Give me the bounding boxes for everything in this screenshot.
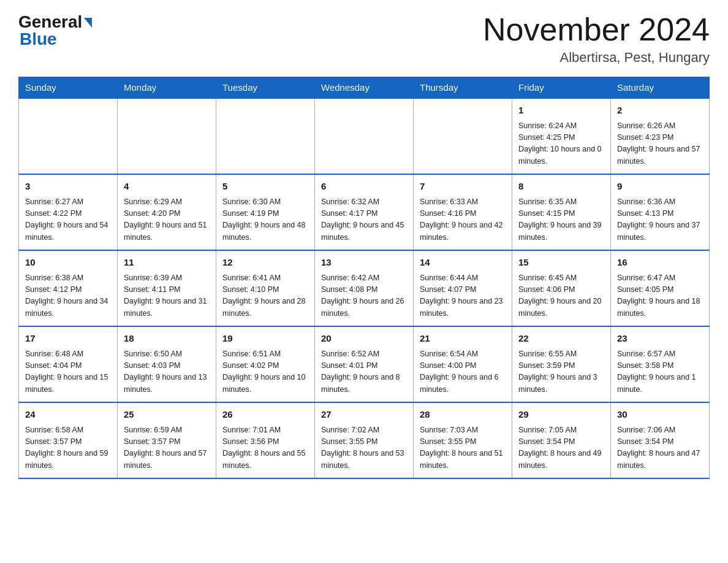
day-number: 11 <box>124 256 210 270</box>
day-info: Sunrise: 6:24 AMSunset: 4:25 PMDaylight:… <box>518 120 604 168</box>
day-info: Sunrise: 6:54 AMSunset: 4:00 PMDaylight:… <box>420 348 506 396</box>
logo-arrow-icon <box>84 18 92 28</box>
day-number: 10 <box>25 256 111 270</box>
day-info: Sunrise: 7:03 AMSunset: 3:55 PMDaylight:… <box>420 424 506 472</box>
day-info: Sunrise: 6:57 AMSunset: 3:58 PMDaylight:… <box>617 348 703 396</box>
day-number: 4 <box>124 180 210 194</box>
col-sunday: Sunday <box>19 77 118 99</box>
calendar-cell: 5Sunrise: 6:30 AMSunset: 4:19 PMDaylight… <box>216 174 315 250</box>
day-number: 18 <box>124 332 210 346</box>
day-number: 7 <box>420 180 506 194</box>
calendar-cell <box>414 98 512 174</box>
day-info: Sunrise: 6:32 AMSunset: 4:17 PMDaylight:… <box>321 196 407 244</box>
day-info: Sunrise: 6:50 AMSunset: 4:03 PMDaylight:… <box>124 348 210 396</box>
day-number: 17 <box>25 332 111 346</box>
day-info: Sunrise: 6:35 AMSunset: 4:15 PMDaylight:… <box>518 196 604 244</box>
calendar-cell: 24Sunrise: 6:58 AMSunset: 3:57 PMDayligh… <box>19 402 118 478</box>
day-info: Sunrise: 7:02 AMSunset: 3:55 PMDaylight:… <box>321 424 407 472</box>
col-wednesday: Wednesday <box>315 77 414 99</box>
day-info: Sunrise: 6:26 AMSunset: 4:23 PMDaylight:… <box>617 120 703 168</box>
logo: General Blue <box>18 12 92 49</box>
day-info: Sunrise: 6:59 AMSunset: 3:57 PMDaylight:… <box>124 424 210 472</box>
col-saturday: Saturday <box>611 77 710 99</box>
day-info: Sunrise: 6:47 AMSunset: 4:05 PMDaylight:… <box>617 272 703 320</box>
calendar-cell: 28Sunrise: 7:03 AMSunset: 3:55 PMDayligh… <box>414 402 512 478</box>
calendar-cell <box>19 98 118 174</box>
calendar-cell: 9Sunrise: 6:36 AMSunset: 4:13 PMDaylight… <box>611 174 710 250</box>
day-info: Sunrise: 6:45 AMSunset: 4:06 PMDaylight:… <box>518 272 604 320</box>
day-number: 19 <box>222 332 308 346</box>
day-info: Sunrise: 6:42 AMSunset: 4:08 PMDaylight:… <box>321 272 407 320</box>
day-info: Sunrise: 6:33 AMSunset: 4:16 PMDaylight:… <box>420 196 506 244</box>
calendar-cell: 11Sunrise: 6:39 AMSunset: 4:11 PMDayligh… <box>118 250 216 326</box>
day-number: 27 <box>321 408 407 422</box>
day-info: Sunrise: 6:29 AMSunset: 4:20 PMDaylight:… <box>124 196 210 244</box>
calendar-cell: 7Sunrise: 6:33 AMSunset: 4:16 PMDaylight… <box>414 174 512 250</box>
day-number: 29 <box>518 408 604 422</box>
calendar-header-row: Sunday Monday Tuesday Wednesday Thursday… <box>19 77 710 99</box>
calendar-week-2: 3Sunrise: 6:27 AMSunset: 4:22 PMDaylight… <box>19 174 710 250</box>
calendar-cell: 26Sunrise: 7:01 AMSunset: 3:56 PMDayligh… <box>216 402 315 478</box>
logo-blue-text: Blue <box>18 29 57 49</box>
calendar-cell: 4Sunrise: 6:29 AMSunset: 4:20 PMDaylight… <box>118 174 216 250</box>
calendar-cell: 14Sunrise: 6:44 AMSunset: 4:07 PMDayligh… <box>414 250 512 326</box>
day-number: 30 <box>617 408 703 422</box>
day-number: 1 <box>518 104 604 118</box>
day-number: 13 <box>321 256 407 270</box>
day-number: 5 <box>222 180 308 194</box>
calendar-cell: 29Sunrise: 7:05 AMSunset: 3:54 PMDayligh… <box>512 402 611 478</box>
day-number: 9 <box>617 180 703 194</box>
day-info: Sunrise: 6:30 AMSunset: 4:19 PMDaylight:… <box>222 196 308 244</box>
calendar-cell: 20Sunrise: 6:52 AMSunset: 4:01 PMDayligh… <box>315 326 414 402</box>
calendar-cell: 1Sunrise: 6:24 AMSunset: 4:25 PMDaylight… <box>512 98 611 174</box>
col-tuesday: Tuesday <box>216 77 315 99</box>
calendar-cell: 10Sunrise: 6:38 AMSunset: 4:12 PMDayligh… <box>19 250 118 326</box>
calendar-cell: 21Sunrise: 6:54 AMSunset: 4:00 PMDayligh… <box>414 326 512 402</box>
calendar-cell: 27Sunrise: 7:02 AMSunset: 3:55 PMDayligh… <box>315 402 414 478</box>
day-info: Sunrise: 6:48 AMSunset: 4:04 PMDaylight:… <box>25 348 111 396</box>
col-friday: Friday <box>512 77 611 99</box>
calendar-cell: 22Sunrise: 6:55 AMSunset: 3:59 PMDayligh… <box>512 326 611 402</box>
day-number: 21 <box>420 332 506 346</box>
day-info: Sunrise: 6:55 AMSunset: 3:59 PMDaylight:… <box>518 348 604 396</box>
calendar-cell: 12Sunrise: 6:41 AMSunset: 4:10 PMDayligh… <box>216 250 315 326</box>
calendar-table: Sunday Monday Tuesday Wednesday Thursday… <box>18 77 710 479</box>
day-number: 25 <box>124 408 210 422</box>
day-info: Sunrise: 7:05 AMSunset: 3:54 PMDaylight:… <box>518 424 604 472</box>
day-info: Sunrise: 6:58 AMSunset: 3:57 PMDaylight:… <box>25 424 111 472</box>
calendar-week-4: 17Sunrise: 6:48 AMSunset: 4:04 PMDayligh… <box>19 326 710 402</box>
day-number: 15 <box>518 256 604 270</box>
day-number: 28 <box>420 408 506 422</box>
calendar-cell <box>315 98 414 174</box>
calendar-cell <box>216 98 315 174</box>
day-number: 26 <box>222 408 308 422</box>
day-number: 14 <box>420 256 506 270</box>
calendar-cell: 16Sunrise: 6:47 AMSunset: 4:05 PMDayligh… <box>611 250 710 326</box>
day-number: 8 <box>518 180 604 194</box>
calendar-cell: 2Sunrise: 6:26 AMSunset: 4:23 PMDaylight… <box>611 98 710 174</box>
day-info: Sunrise: 6:27 AMSunset: 4:22 PMDaylight:… <box>25 196 111 244</box>
day-number: 2 <box>617 104 703 118</box>
day-number: 24 <box>25 408 111 422</box>
day-info: Sunrise: 6:38 AMSunset: 4:12 PMDaylight:… <box>25 272 111 320</box>
day-info: Sunrise: 6:51 AMSunset: 4:02 PMDaylight:… <box>222 348 308 396</box>
day-info: Sunrise: 7:06 AMSunset: 3:54 PMDaylight:… <box>617 424 703 472</box>
day-number: 3 <box>25 180 111 194</box>
col-thursday: Thursday <box>414 77 512 99</box>
calendar-cell: 17Sunrise: 6:48 AMSunset: 4:04 PMDayligh… <box>19 326 118 402</box>
location-title: Albertirsa, Pest, Hungary <box>483 50 710 66</box>
day-number: 22 <box>518 332 604 346</box>
calendar-cell: 18Sunrise: 6:50 AMSunset: 4:03 PMDayligh… <box>118 326 216 402</box>
day-number: 23 <box>617 332 703 346</box>
calendar-cell: 15Sunrise: 6:45 AMSunset: 4:06 PMDayligh… <box>512 250 611 326</box>
day-info: Sunrise: 6:52 AMSunset: 4:01 PMDaylight:… <box>321 348 407 396</box>
day-info: Sunrise: 7:01 AMSunset: 3:56 PMDaylight:… <box>222 424 308 472</box>
calendar-cell: 23Sunrise: 6:57 AMSunset: 3:58 PMDayligh… <box>611 326 710 402</box>
day-number: 16 <box>617 256 703 270</box>
day-info: Sunrise: 6:39 AMSunset: 4:11 PMDaylight:… <box>124 272 210 320</box>
month-title: November 2024 <box>483 12 710 47</box>
calendar-cell: 3Sunrise: 6:27 AMSunset: 4:22 PMDaylight… <box>19 174 118 250</box>
calendar-cell: 25Sunrise: 6:59 AMSunset: 3:57 PMDayligh… <box>118 402 216 478</box>
calendar-cell: 19Sunrise: 6:51 AMSunset: 4:02 PMDayligh… <box>216 326 315 402</box>
calendar-week-1: 1Sunrise: 6:24 AMSunset: 4:25 PMDaylight… <box>19 98 710 174</box>
